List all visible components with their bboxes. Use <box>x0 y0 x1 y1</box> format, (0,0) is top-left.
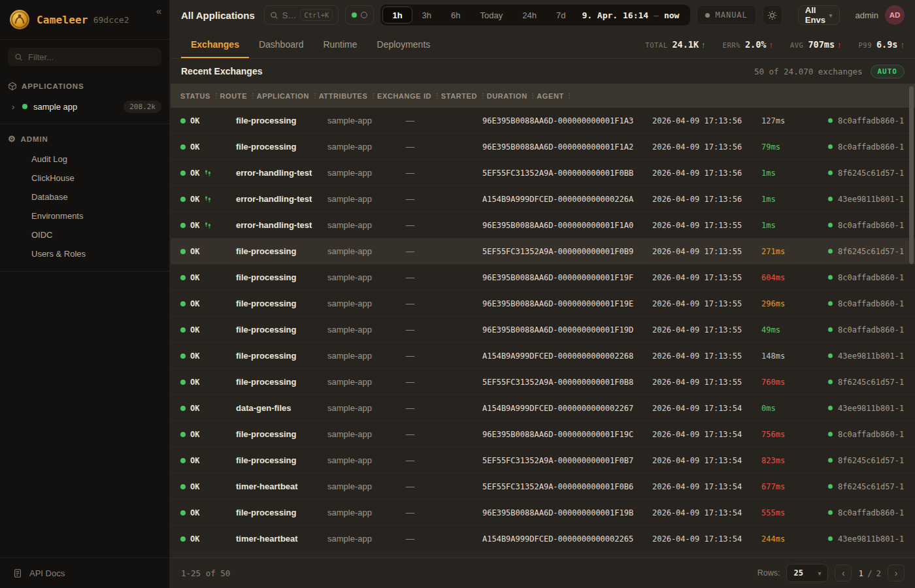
column-header[interactable]: DURATION ⋮ <box>487 92 537 100</box>
column-header[interactable]: ATTRIBUTES ⋮ <box>319 92 377 100</box>
exchange-count: 50 of 24.070 exchanges <box>754 67 863 76</box>
column-header[interactable]: AGENT ⋮ <box>537 92 573 100</box>
column-label: APPLICATION <box>257 92 309 100</box>
tab[interactable]: Exchanges <box>181 30 249 58</box>
trend-up-icon: ↑ <box>837 40 842 50</box>
admin-menu: Audit LogClickHouseDatabaseEnvironmentsO… <box>0 150 169 263</box>
time-range-button[interactable]: 7d <box>546 7 575 24</box>
table-row[interactable]: OK file-processing sample-app — 96E395B0… <box>171 108 915 134</box>
tab[interactable]: Dashboard <box>249 30 314 58</box>
vertical-scrollbar[interactable] <box>909 86 914 264</box>
table-row[interactable]: OK file-processing sample-app — 96E395B0… <box>171 317 915 343</box>
stat-value: 24.1K <box>672 39 699 50</box>
next-page-button[interactable]: › <box>888 564 905 581</box>
app-name: sample app <box>33 102 77 112</box>
agent-cell: 8f6245c61d57-1 <box>828 247 915 256</box>
route-cell: file-processing <box>236 142 327 152</box>
attributes-cell: — <box>406 351 482 361</box>
attributes-cell: — <box>406 246 482 256</box>
exchange-id-cell: A154B9A999DFCED-000000000000226A <box>482 195 652 204</box>
main-area: All Applications S… Ctrl+K 1h3h6hToday24… <box>171 0 915 588</box>
time-range-button[interactable]: 3h <box>412 7 441 24</box>
time-range-button[interactable]: Today <box>471 7 513 24</box>
admin-menu-item[interactable]: ClickHouse <box>0 169 169 188</box>
filter-box[interactable] <box>8 48 161 66</box>
sort-icon: ⋮ <box>530 92 537 99</box>
table-row[interactable]: OK file-processing sample-app — 96E395B0… <box>171 134 915 160</box>
table-row[interactable]: OK file-processing sample-app — 5EF55FC3… <box>171 448 915 474</box>
column-header[interactable]: APPLICATION ⋮ <box>257 92 319 100</box>
sidebar: Cameleer 69dcce2 « APPLICATIONS › sample… <box>0 0 170 588</box>
tab[interactable]: Deployments <box>367 30 441 58</box>
sort-icon: ⋮ <box>250 92 257 99</box>
table-row[interactable]: OK error-handling-test sample-app — A154… <box>171 186 915 212</box>
agent-cell: 8c0affadb860-1 <box>828 142 915 152</box>
avatar[interactable]: AD <box>885 5 905 25</box>
exchange-id-cell: 5EF55FC31352A9A-000000000001F0B9 <box>482 247 652 256</box>
table-row[interactable]: OK file-processing sample-app — 96E395B0… <box>171 265 915 291</box>
table-row[interactable]: OK file-processing sample-app — 96E395B0… <box>171 421 915 448</box>
admin-menu-item[interactable]: Database <box>0 188 169 206</box>
table-row[interactable]: OK file-processing sample-app — A154B9A9… <box>171 343 915 369</box>
application-cell: sample-app <box>327 429 406 439</box>
search-icon <box>270 11 278 20</box>
route-cell: data-gen-files <box>236 403 327 413</box>
sidebar-item-sample-app[interactable]: › sample app 208.2k <box>0 97 169 116</box>
column-header[interactable]: STARTED ⋮ <box>441 92 487 100</box>
time-range-button[interactable]: 24h <box>512 7 546 24</box>
table-row[interactable]: OK file-processing sample-app — 5EF55FC3… <box>171 238 915 265</box>
column-label: ATTRIBUTES <box>319 92 368 100</box>
table-row[interactable]: OK error-handling-test sample-app — 96E3… <box>171 212 915 238</box>
status-ok-dot <box>180 380 186 385</box>
table-row[interactable]: OK file-processing sample-app — 5EF55FC3… <box>171 369 915 395</box>
admin-menu-item[interactable]: Environments <box>0 206 169 225</box>
duration-cell: 555ms <box>761 508 828 517</box>
status-text: OK <box>190 456 199 465</box>
column-label: STATUS <box>180 92 210 100</box>
time-range-button[interactable]: 6h <box>441 7 470 24</box>
status-ok-dot <box>180 275 186 280</box>
agent-cell: 8c0affadb860-1 <box>828 116 915 125</box>
stat-label: ERR% <box>723 41 740 49</box>
table-row[interactable]: OK file-processing sample-app — 96E395B0… <box>171 500 915 526</box>
date-range-display[interactable]: 9. Apr. 16:14 – now <box>575 10 688 20</box>
status-cell: OK <box>180 378 236 387</box>
environment-select[interactable]: All Envs ▾ <box>798 5 840 25</box>
table-row[interactable]: OK data-gen-files sample-app — A154B9A99… <box>171 395 915 421</box>
username: admin <box>856 10 878 20</box>
prev-page-button[interactable]: ‹ <box>835 564 852 581</box>
global-search[interactable]: S… Ctrl+K <box>264 5 339 25</box>
manual-refresh-button[interactable]: MANUAL <box>697 5 756 25</box>
table-row[interactable]: OK error-handling-test sample-app — 5EF5… <box>171 160 915 186</box>
filter-input[interactable] <box>28 52 155 62</box>
api-docs-link[interactable]: API Docs <box>29 568 65 578</box>
started-cell: 2026-04-09 17:13:55 <box>652 247 761 256</box>
table-footer: 1-25 of 50 Rows: 25 ▾ ‹ 1 / 2 › <box>171 557 915 588</box>
agent-id: 8f6245c61d57-1 <box>838 247 904 256</box>
auto-refresh-badge[interactable]: AUTO <box>871 65 905 78</box>
table-row[interactable]: OK timer-heartbeat sample-app — A154B9A9… <box>171 526 915 552</box>
column-header[interactable]: EXCHANGE ID ⋮ <box>377 92 441 100</box>
agent-id: 43ee9811b801-1 <box>838 195 904 204</box>
time-range-button[interactable]: 1h <box>382 7 412 24</box>
admin-menu-item[interactable]: Audit Log <box>0 150 169 169</box>
stat-value: 707ms <box>808 39 835 50</box>
rows-per-page-select[interactable]: 25 ▾ <box>786 564 828 582</box>
admin-menu-item[interactable]: OIDC <box>0 225 169 244</box>
table-row[interactable]: OK file-processing sample-app — 96E395B0… <box>171 291 915 317</box>
live-status-filter[interactable] <box>345 5 374 25</box>
started-cell: 2026-04-09 17:13:54 <box>652 482 761 491</box>
theme-toggle-button[interactable] <box>763 5 782 25</box>
column-header[interactable]: STATUS ⋮ <box>180 92 220 100</box>
sidebar-footer[interactable]: API Docs <box>0 557 169 588</box>
chevron-right-icon[interactable]: › <box>12 102 22 112</box>
column-header[interactable]: ROUTE ⋮ <box>220 92 257 100</box>
exchange-id-cell: A154B9A999DFCED-0000000000002267 <box>482 404 652 413</box>
admin-menu-item[interactable]: Users & Roles <box>0 244 169 263</box>
tab[interactable]: Runtime <box>313 30 367 58</box>
exchange-id-cell: 5EF55FC31352A9A-000000000001F0B8 <box>482 378 652 387</box>
table-body: OK file-processing sample-app — 96E395B0… <box>171 108 915 552</box>
table-row[interactable]: OK timer-heartbeat sample-app — 5EF55FC3… <box>171 474 915 500</box>
total-pages: 2 <box>876 568 881 578</box>
sidebar-collapse-icon[interactable]: « <box>156 5 161 16</box>
